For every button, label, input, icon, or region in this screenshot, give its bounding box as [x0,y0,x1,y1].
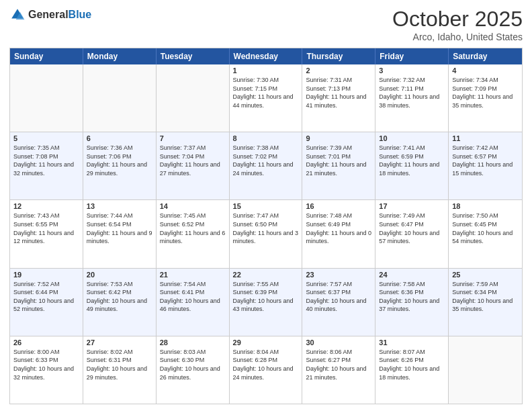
page: GeneralBlue October 2025 Arco, Idaho, Un… [0,0,532,411]
calendar-cell: 24Sunrise: 7:58 AM Sunset: 6:36 PM Dayli… [375,269,449,336]
calendar-row: 1Sunrise: 7:30 AM Sunset: 7:15 PM Daylig… [10,64,522,132]
cell-info: Sunrise: 7:31 AM Sunset: 7:13 PM Dayligh… [306,76,371,109]
day-number: 10 [379,134,445,142]
day-number: 8 [233,134,299,142]
day-number: 5 [13,134,79,142]
cell-info: Sunrise: 7:37 AM Sunset: 7:04 PM Dayligh… [160,144,226,177]
calendar-cell: 31Sunrise: 8:07 AM Sunset: 6:26 PM Dayli… [375,336,449,404]
day-number: 30 [306,338,371,347]
weekday-header: Wednesday [230,48,303,64]
calendar-cell [83,64,157,132]
calendar-cell [449,336,522,404]
day-number: 3 [379,66,445,75]
day-number: 23 [306,271,371,279]
calendar-row: 26Sunrise: 8:00 AM Sunset: 6:33 PM Dayli… [10,336,522,404]
calendar-row: 5Sunrise: 7:35 AM Sunset: 7:08 PM Daylig… [10,132,522,199]
calendar-body: 1Sunrise: 7:30 AM Sunset: 7:15 PM Daylig… [10,64,522,404]
day-number: 21 [160,271,226,279]
calendar-header: SundayMondayTuesdayWednesdayThursdayFrid… [10,48,522,64]
day-number: 20 [87,271,152,279]
cell-info: Sunrise: 8:04 AM Sunset: 6:28 PM Dayligh… [233,348,299,381]
day-number: 31 [379,338,445,347]
calendar-cell: 18Sunrise: 7:50 AM Sunset: 6:45 PM Dayli… [449,200,522,267]
calendar-cell: 13Sunrise: 7:44 AM Sunset: 6:54 PM Dayli… [83,200,157,267]
calendar-cell: 15Sunrise: 7:47 AM Sunset: 6:50 PM Dayli… [230,200,303,267]
day-number: 14 [160,202,226,210]
calendar-cell: 9Sunrise: 7:39 AM Sunset: 7:01 PM Daylig… [302,132,375,199]
header: GeneralBlue October 2025 Arco, Idaho, Un… [9,7,523,42]
cell-info: Sunrise: 7:39 AM Sunset: 7:01 PM Dayligh… [306,144,371,177]
calendar-cell: 3Sunrise: 7:32 AM Sunset: 7:11 PM Daylig… [375,64,449,132]
calendar-cell: 14Sunrise: 7:45 AM Sunset: 6:52 PM Dayli… [157,200,230,267]
weekday-header: Saturday [449,48,522,64]
day-number: 4 [452,66,519,75]
weekday-header: Thursday [302,48,375,64]
month-title: October 2025 [392,7,523,32]
cell-info: Sunrise: 7:45 AM Sunset: 6:52 PM Dayligh… [160,212,226,245]
calendar-cell: 22Sunrise: 7:55 AM Sunset: 6:39 PM Dayli… [230,269,303,336]
day-number: 22 [233,271,299,279]
calendar-cell: 5Sunrise: 7:35 AM Sunset: 7:08 PM Daylig… [10,132,83,199]
cell-info: Sunrise: 7:57 AM Sunset: 6:37 PM Dayligh… [306,280,371,314]
cell-info: Sunrise: 7:47 AM Sunset: 6:50 PM Dayligh… [233,212,299,245]
cell-info: Sunrise: 8:07 AM Sunset: 6:26 PM Dayligh… [379,348,445,381]
day-number: 13 [87,202,152,210]
calendar-cell: 7Sunrise: 7:37 AM Sunset: 7:04 PM Daylig… [157,132,230,199]
calendar-row: 19Sunrise: 7:52 AM Sunset: 6:44 PM Dayli… [10,268,522,336]
cell-info: Sunrise: 7:35 AM Sunset: 7:08 PM Dayligh… [13,144,79,177]
day-number: 9 [306,134,371,142]
day-number: 11 [452,134,519,142]
location: Arco, Idaho, United States [392,32,523,42]
day-number: 24 [379,271,445,279]
calendar-cell: 27Sunrise: 8:02 AM Sunset: 6:31 PM Dayli… [83,336,157,404]
cell-info: Sunrise: 7:48 AM Sunset: 6:49 PM Dayligh… [306,212,371,245]
day-number: 27 [87,338,152,347]
day-number: 7 [160,134,226,142]
weekday-header: Monday [83,48,157,64]
cell-info: Sunrise: 8:00 AM Sunset: 6:33 PM Dayligh… [13,348,79,381]
calendar-cell: 28Sunrise: 8:03 AM Sunset: 6:30 PM Dayli… [157,336,230,404]
day-number: 26 [13,338,79,347]
cell-info: Sunrise: 7:41 AM Sunset: 6:59 PM Dayligh… [379,144,445,177]
calendar-cell: 16Sunrise: 7:48 AM Sunset: 6:49 PM Dayli… [302,200,375,267]
cell-info: Sunrise: 7:38 AM Sunset: 7:02 PM Dayligh… [233,144,299,177]
day-number: 28 [160,338,226,347]
day-number: 25 [452,271,519,279]
calendar-cell: 12Sunrise: 7:43 AM Sunset: 6:55 PM Dayli… [10,200,83,267]
calendar-cell: 26Sunrise: 8:00 AM Sunset: 6:33 PM Dayli… [10,336,83,404]
logo-icon [9,7,26,23]
cell-info: Sunrise: 7:54 AM Sunset: 6:41 PM Dayligh… [160,280,226,314]
logo-text: GeneralBlue [28,9,91,21]
calendar-cell: 2Sunrise: 7:31 AM Sunset: 7:13 PM Daylig… [302,64,375,132]
weekday-header: Sunday [10,48,83,64]
cell-info: Sunrise: 7:42 AM Sunset: 6:57 PM Dayligh… [452,144,519,177]
calendar-cell: 11Sunrise: 7:42 AM Sunset: 6:57 PM Dayli… [449,132,522,199]
cell-info: Sunrise: 7:49 AM Sunset: 6:47 PM Dayligh… [379,212,445,245]
cell-info: Sunrise: 7:32 AM Sunset: 7:11 PM Dayligh… [379,76,445,109]
calendar-cell: 17Sunrise: 7:49 AM Sunset: 6:47 PM Dayli… [375,200,449,267]
day-number: 19 [13,271,79,279]
day-number: 1 [233,66,299,75]
day-number: 29 [233,338,299,347]
calendar-cell: 1Sunrise: 7:30 AM Sunset: 7:15 PM Daylig… [230,64,303,132]
calendar-cell: 8Sunrise: 7:38 AM Sunset: 7:02 PM Daylig… [230,132,303,199]
calendar-cell: 19Sunrise: 7:52 AM Sunset: 6:44 PM Dayli… [10,269,83,336]
calendar-cell: 4Sunrise: 7:34 AM Sunset: 7:09 PM Daylig… [449,64,522,132]
day-number: 16 [306,202,371,210]
cell-info: Sunrise: 7:30 AM Sunset: 7:15 PM Dayligh… [233,76,299,109]
cell-info: Sunrise: 8:03 AM Sunset: 6:30 PM Dayligh… [160,348,226,381]
day-number: 18 [452,202,519,210]
cell-info: Sunrise: 7:52 AM Sunset: 6:44 PM Dayligh… [13,280,79,314]
cell-info: Sunrise: 7:34 AM Sunset: 7:09 PM Dayligh… [452,76,519,109]
weekday-header: Tuesday [157,48,230,64]
title-block: October 2025 Arco, Idaho, United States [392,7,523,42]
calendar-cell: 29Sunrise: 8:04 AM Sunset: 6:28 PM Dayli… [230,336,303,404]
cell-info: Sunrise: 7:55 AM Sunset: 6:39 PM Dayligh… [233,280,299,314]
calendar-cell: 25Sunrise: 7:59 AM Sunset: 6:34 PM Dayli… [449,269,522,336]
cell-info: Sunrise: 7:50 AM Sunset: 6:45 PM Dayligh… [452,212,519,245]
day-number: 12 [13,202,79,210]
calendar-cell: 21Sunrise: 7:54 AM Sunset: 6:41 PM Dayli… [157,269,230,336]
logo: GeneralBlue [9,7,91,23]
cell-info: Sunrise: 7:59 AM Sunset: 6:34 PM Dayligh… [452,280,519,314]
day-number: 6 [87,134,152,142]
